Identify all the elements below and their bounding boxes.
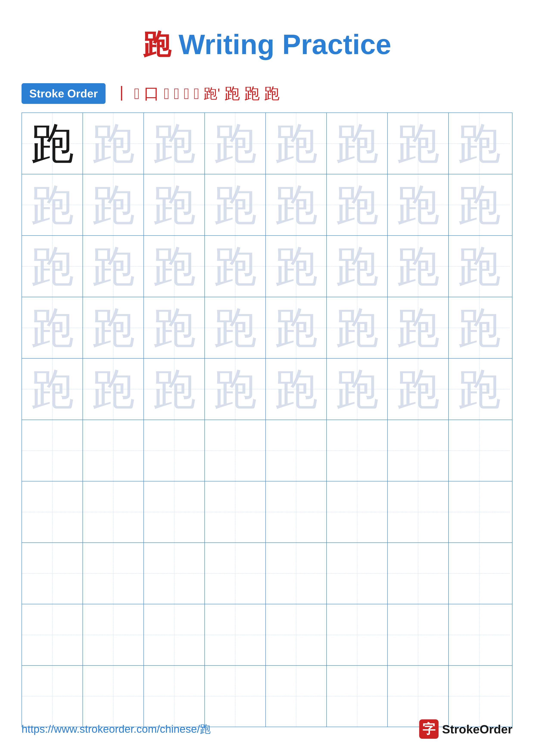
grid-cell-2-2[interactable]: 跑 xyxy=(83,174,144,235)
char-light: 跑 xyxy=(458,122,501,165)
grid-cell-8-2[interactable] xyxy=(83,543,144,604)
grid-cell-10-8[interactable] xyxy=(449,666,510,727)
grid-cell-6-5[interactable] xyxy=(266,420,327,481)
grid-cell-3-5[interactable]: 跑 xyxy=(266,236,327,297)
grid-cell-10-1[interactable] xyxy=(22,666,83,727)
stroke-3: 口 xyxy=(144,83,159,104)
stroke-7: 𠄎 xyxy=(194,85,199,102)
grid-cell-5-3[interactable]: 跑 xyxy=(144,359,205,419)
grid-row-5: 跑 跑 跑 跑 跑 跑 跑 跑 xyxy=(22,359,512,420)
grid-cell-2-1[interactable]: 跑 xyxy=(22,174,83,235)
grid-cell-6-4[interactable] xyxy=(205,420,266,481)
grid-cell-7-1[interactable] xyxy=(22,481,83,542)
stroke-1: 丨 xyxy=(114,83,130,104)
grid-cell-1-6[interactable]: 跑 xyxy=(327,113,388,174)
grid-cell-1-5[interactable]: 跑 xyxy=(266,113,327,174)
grid-cell-9-2[interactable] xyxy=(83,604,144,665)
writing-grid: 跑 跑 跑 跑 跑 跑 跑 跑 跑 跑 跑 跑 跑 跑 跑 跑 xyxy=(21,113,513,727)
grid-row-7 xyxy=(22,481,512,543)
grid-cell-4-4[interactable]: 跑 xyxy=(205,297,266,358)
grid-cell-2-6[interactable]: 跑 xyxy=(327,174,388,235)
grid-cell-4-3[interactable]: 跑 xyxy=(144,297,205,358)
grid-cell-9-8[interactable] xyxy=(449,604,510,665)
grid-cell-1-7[interactable]: 跑 xyxy=(388,113,449,174)
grid-cell-7-4[interactable] xyxy=(205,481,266,542)
grid-cell-3-4[interactable]: 跑 xyxy=(205,236,266,297)
grid-cell-3-3[interactable]: 跑 xyxy=(144,236,205,297)
grid-cell-6-7[interactable] xyxy=(388,420,449,481)
grid-cell-8-3[interactable] xyxy=(144,543,205,604)
grid-cell-9-5[interactable] xyxy=(266,604,327,665)
grid-cell-6-8[interactable] xyxy=(449,420,510,481)
title-area: 跑 Writing Practice xyxy=(0,0,534,77)
grid-cell-2-5[interactable]: 跑 xyxy=(266,174,327,235)
grid-cell-10-7[interactable] xyxy=(388,666,449,727)
grid-cell-3-2[interactable]: 跑 xyxy=(83,236,144,297)
grid-cell-5-6[interactable]: 跑 xyxy=(327,359,388,419)
grid-cell-2-4[interactable]: 跑 xyxy=(205,174,266,235)
page-title: 跑 Writing Practice xyxy=(0,26,534,64)
grid-cell-7-7[interactable] xyxy=(388,481,449,542)
grid-cell-2-8[interactable]: 跑 xyxy=(449,174,510,235)
grid-cell-9-1[interactable] xyxy=(22,604,83,665)
stroke-6: 𠄌 xyxy=(184,85,189,102)
grid-cell-6-3[interactable] xyxy=(144,420,205,481)
grid-cell-8-1[interactable] xyxy=(22,543,83,604)
grid-cell-10-3[interactable] xyxy=(144,666,205,727)
grid-cell-6-6[interactable] xyxy=(327,420,388,481)
footer-logo-text: StrokeOrder xyxy=(442,722,513,736)
grid-cell-9-4[interactable] xyxy=(205,604,266,665)
grid-cell-1-4[interactable]: 跑 xyxy=(205,113,266,174)
grid-cell-7-8[interactable] xyxy=(449,481,510,542)
grid-cell-4-6[interactable]: 跑 xyxy=(327,297,388,358)
grid-cell-3-7[interactable]: 跑 xyxy=(388,236,449,297)
grid-cell-8-8[interactable] xyxy=(449,543,510,604)
grid-cell-7-2[interactable] xyxy=(83,481,144,542)
grid-cell-3-6[interactable]: 跑 xyxy=(327,236,388,297)
grid-cell-3-8[interactable]: 跑 xyxy=(449,236,510,297)
char-dark: 跑 xyxy=(31,122,74,165)
grid-cell-6-2[interactable] xyxy=(83,420,144,481)
grid-cell-5-1[interactable]: 跑 xyxy=(22,359,83,419)
grid-cell-10-6[interactable] xyxy=(327,666,388,727)
grid-cell-7-3[interactable] xyxy=(144,481,205,542)
grid-cell-9-3[interactable] xyxy=(144,604,205,665)
grid-cell-5-7[interactable]: 跑 xyxy=(388,359,449,419)
stroke-order-chars: 丨 𠃌 口 𠃍 𠃎 𠄌 𠄎 跑' 跑 跑 跑 xyxy=(114,83,280,104)
grid-cell-8-6[interactable] xyxy=(327,543,388,604)
grid-cell-7-6[interactable] xyxy=(327,481,388,542)
grid-cell-2-3[interactable]: 跑 xyxy=(144,174,205,235)
grid-cell-1-8[interactable]: 跑 xyxy=(449,113,510,174)
grid-cell-4-5[interactable]: 跑 xyxy=(266,297,327,358)
grid-cell-4-7[interactable]: 跑 xyxy=(388,297,449,358)
grid-cell-8-7[interactable] xyxy=(388,543,449,604)
footer-url[interactable]: https://www.strokeorder.com/chinese/跑 xyxy=(21,722,211,736)
grid-cell-9-7[interactable] xyxy=(388,604,449,665)
grid-cell-3-1[interactable]: 跑 xyxy=(22,236,83,297)
grid-cell-10-5[interactable] xyxy=(266,666,327,727)
grid-cell-1-1[interactable]: 跑 xyxy=(22,113,83,174)
footer-logo-icon: 字 xyxy=(419,719,439,739)
grid-cell-10-4[interactable] xyxy=(205,666,266,727)
grid-cell-4-1[interactable]: 跑 xyxy=(22,297,83,358)
stroke-order-row: Stroke Order 丨 𠃌 口 𠃍 𠃎 𠄌 𠄎 跑' 跑 跑 跑 xyxy=(0,77,534,113)
grid-cell-8-5[interactable] xyxy=(266,543,327,604)
grid-cell-5-8[interactable]: 跑 xyxy=(449,359,510,419)
grid-cell-4-2[interactable]: 跑 xyxy=(83,297,144,358)
grid-cell-8-4[interactable] xyxy=(205,543,266,604)
grid-cell-5-2[interactable]: 跑 xyxy=(83,359,144,419)
grid-cell-5-5[interactable]: 跑 xyxy=(266,359,327,419)
grid-cell-10-2[interactable] xyxy=(83,666,144,727)
stroke-order-badge: Stroke Order xyxy=(21,83,106,104)
grid-cell-5-4[interactable]: 跑 xyxy=(205,359,266,419)
stroke-4: 𠃍 xyxy=(164,85,169,102)
grid-cell-6-1[interactable] xyxy=(22,420,83,481)
grid-cell-1-2[interactable]: 跑 xyxy=(83,113,144,174)
grid-cell-9-6[interactable] xyxy=(327,604,388,665)
grid-cell-7-5[interactable] xyxy=(266,481,327,542)
grid-cell-1-3[interactable]: 跑 xyxy=(144,113,205,174)
grid-cell-4-8[interactable]: 跑 xyxy=(449,297,510,358)
char-light: 跑 xyxy=(336,122,379,165)
stroke-5: 𠃎 xyxy=(174,85,179,102)
grid-cell-2-7[interactable]: 跑 xyxy=(388,174,449,235)
